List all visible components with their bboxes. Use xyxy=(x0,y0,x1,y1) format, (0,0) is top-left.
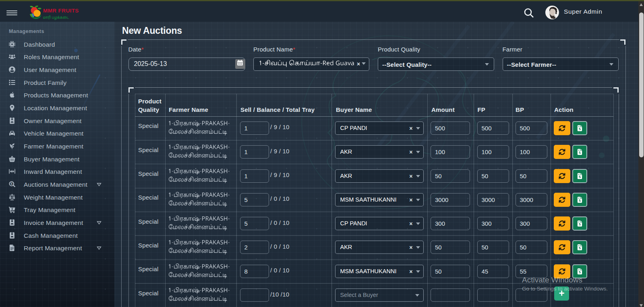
svg-text:$: $ xyxy=(11,182,13,185)
